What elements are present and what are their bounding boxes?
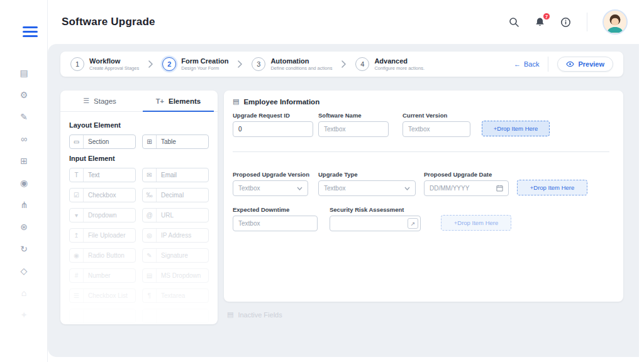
info-button[interactable] bbox=[559, 16, 572, 28]
current-version-input[interactable] bbox=[402, 121, 470, 137]
palette-item-cutoff bbox=[69, 309, 136, 323]
step-label: Advanced bbox=[374, 57, 425, 65]
palette-item-checkbox[interactable]: ☑ Checkbox bbox=[69, 188, 136, 202]
proposed-upgrade-date-input[interactable]: DD/MM/YYYY bbox=[424, 180, 509, 196]
back-arrow-icon: ← bbox=[514, 60, 521, 68]
extras-icon[interactable]: ✦ bbox=[18, 309, 30, 321]
palette-item-label: Text bbox=[84, 172, 99, 178]
palette-item-textarea[interactable]: ¶ Textarea bbox=[142, 288, 209, 303]
step-workflow[interactable]: 1 Workflow Create Approval Stages bbox=[70, 57, 139, 71]
calendar-icon bbox=[496, 185, 503, 192]
palette-item-label: Textarea bbox=[157, 292, 185, 299]
step-advanced[interactable]: 4 Advanced Configure more actions. bbox=[355, 57, 425, 71]
palette-item-label: Email bbox=[157, 172, 177, 178]
hamburger-bar bbox=[23, 26, 38, 28]
upgrade-type-select[interactable]: Textbox bbox=[318, 180, 416, 196]
hidden-item-icon bbox=[70, 309, 84, 322]
ip-address-icon: ◎ bbox=[143, 229, 157, 242]
search-button[interactable] bbox=[508, 16, 520, 28]
palette-item-label: Number bbox=[84, 272, 111, 279]
drop-zone[interactable]: +Drop Item Here bbox=[441, 215, 511, 231]
inactive-fields-icon: ▤ bbox=[227, 310, 233, 319]
field-upgrade-request-id: Upgrade Request ID bbox=[233, 112, 313, 137]
palette-item-label: Checkbox List bbox=[84, 292, 128, 299]
top-bar-actions: 7 bbox=[508, 9, 628, 35]
link-icon: @ bbox=[143, 209, 157, 222]
field-label: Software Name bbox=[318, 112, 389, 119]
integrations-icon[interactable]: ⊛ bbox=[18, 221, 30, 233]
chevron-right-icon bbox=[238, 60, 242, 68]
inactive-fields-label: Inactive Fields bbox=[238, 311, 282, 319]
chevron-right-icon bbox=[341, 60, 346, 68]
input-elements-grid: T Text ✉ Email ☑ Checkbox ‰ Decimal bbox=[69, 168, 209, 323]
page-title: Software Upgrade bbox=[62, 16, 155, 28]
palette-item-ip-address[interactable]: ◎ IP Address bbox=[142, 228, 209, 243]
workflow-icon[interactable]: ⚙ bbox=[18, 89, 30, 101]
field-label: Upgrade Type bbox=[318, 171, 416, 178]
cards-icon[interactable]: ▤ bbox=[18, 67, 30, 79]
palette-item-radio-button[interactable]: ◉ Radio Button bbox=[69, 248, 136, 263]
step-number: 2 bbox=[162, 57, 176, 71]
wizard-stepper: 1 Workflow Create Approval Stages 2 Form… bbox=[60, 52, 623, 77]
palette-item-url[interactable]: @ URL bbox=[142, 208, 209, 222]
connections-icon[interactable]: ∞ bbox=[18, 133, 30, 145]
menu-toggle-button[interactable] bbox=[23, 26, 38, 37]
layout-element-heading: Layout Element bbox=[69, 121, 209, 129]
multi-select-icon: ▤ bbox=[143, 269, 157, 282]
step-label: Workflow bbox=[89, 57, 139, 65]
drop-zone[interactable]: +Drop Item Here bbox=[517, 180, 587, 195]
palette-item-label: Checkbox bbox=[84, 192, 116, 199]
history-icon[interactable]: ↻ bbox=[18, 243, 30, 255]
palette-item-dropdown[interactable]: ▾ Dropdown bbox=[69, 208, 136, 222]
upgrade-request-id-input[interactable] bbox=[233, 121, 313, 137]
palette-item-number[interactable]: # Number bbox=[69, 268, 136, 283]
palette-item-cutoff bbox=[142, 309, 209, 323]
palette-item-table[interactable]: ⊞ Table bbox=[142, 134, 209, 149]
user-avatar[interactable] bbox=[602, 9, 628, 35]
field-label: Proposed Upgrade Date bbox=[424, 171, 509, 178]
step-label: Form Creation bbox=[181, 57, 228, 65]
hidden-item-icon bbox=[143, 309, 157, 322]
expected-downtime-input[interactable] bbox=[233, 216, 318, 231]
palette-item-label: Table bbox=[157, 138, 176, 145]
back-button[interactable]: ← Back bbox=[514, 60, 539, 68]
step-automation[interactable]: 3 Automation Define conditions and actio… bbox=[252, 57, 332, 71]
hierarchy-icon[interactable]: ⋔ bbox=[18, 199, 30, 211]
palette-item-signature[interactable]: ✎ Signature bbox=[142, 248, 209, 263]
sidebar-rail: ▤ ⚙ ✎ ∞ ⊞ ◉ ⋔ ⊛ ↻ ◇ ⌂ ✦ bbox=[0, 0, 48, 362]
step-form-creation[interactable]: 2 Form Creation Design Your Form bbox=[162, 57, 228, 71]
proposed-upgrade-version-select[interactable]: Textbox bbox=[233, 180, 308, 196]
palette-item-label: Decimal bbox=[157, 192, 184, 199]
drop-zone[interactable]: +Drop Item Here bbox=[482, 121, 550, 136]
dropdown-icon: ▾ bbox=[70, 209, 84, 222]
tab-elements[interactable]: T+ Elements bbox=[139, 90, 218, 111]
palette-item-label: Section bbox=[84, 138, 109, 145]
organization-icon[interactable]: ⌂ bbox=[18, 287, 30, 299]
select-placeholder: Textbox bbox=[238, 185, 260, 192]
palette-item-ms-dropdown[interactable]: ▤ MS Dropdown bbox=[142, 268, 209, 283]
tab-stages[interactable]: ☰ Stages bbox=[60, 90, 139, 111]
palette-item-decimal[interactable]: ‰ Decimal bbox=[142, 188, 209, 202]
palette-item-text[interactable]: T Text bbox=[69, 168, 136, 182]
software-name-input[interactable] bbox=[318, 121, 389, 137]
palette-item-checkbox-list[interactable]: ☰ Checkbox List bbox=[69, 288, 136, 303]
field-proposed-upgrade-date: Proposed Upgrade Date DD/MM/YYYY bbox=[424, 171, 509, 196]
section-icon: ▤ bbox=[233, 97, 239, 106]
palette-item-file-uploader[interactable]: ↥ File Uploader bbox=[69, 228, 136, 243]
field-expected-downtime: Expected Downtime bbox=[233, 206, 318, 231]
templates-icon[interactable]: ⊞ bbox=[18, 155, 30, 167]
palette-item-email[interactable]: ✉ Email bbox=[142, 168, 209, 182]
form-edit-icon[interactable]: ✎ bbox=[18, 111, 30, 123]
preview-button[interactable]: Preview bbox=[557, 57, 613, 72]
notifications-button[interactable]: 7 bbox=[533, 16, 546, 28]
profile-icon[interactable]: ◉ bbox=[18, 177, 30, 189]
inactive-fields-section: ▤ Inactive Fields bbox=[227, 310, 282, 319]
step-number: 4 bbox=[355, 57, 369, 71]
table-icon: ⊞ bbox=[143, 135, 157, 148]
risk-matrix-picker-icon[interactable]: ↗ bbox=[408, 218, 418, 229]
info-icon bbox=[560, 17, 571, 28]
number-icon: # bbox=[70, 269, 84, 282]
palette-item-section[interactable]: ▭ Section bbox=[69, 134, 136, 149]
package-icon[interactable]: ◇ bbox=[18, 265, 30, 277]
tab-label: Stages bbox=[94, 97, 116, 105]
